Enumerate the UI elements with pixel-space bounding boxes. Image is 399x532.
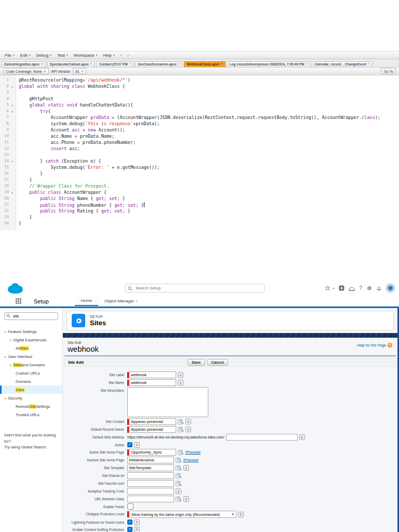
console-tab[interactable]: SpectacularCallout.apxcx — [47, 61, 95, 67]
console-tab[interactable]: WebhookClass.apxcx — [184, 61, 225, 67]
sidebar-item-trusted-urls[interactable]: Trusted URLs — [0, 410, 62, 419]
menu-help[interactable]: Help▼ — [101, 53, 118, 58]
info-icon[interactable]: i — [185, 419, 191, 424]
sidebar-item-all-sites[interactable]: All Sites — [0, 344, 62, 352]
api-version-dropdown[interactable]: 61 ▼ — [73, 68, 86, 74]
chevron-down-icon[interactable]: ∨ — [4, 396, 6, 400]
code-coverage-dropdown[interactable]: Code Coverage: None ▼ — [3, 68, 49, 74]
close-icon[interactable]: x — [41, 62, 43, 65]
fold-arrow-icon[interactable]: ▼ — [9, 109, 16, 115]
help-for-this-page-link[interactable]: Help for this Page ? — [357, 343, 392, 348]
preview-link[interactable]: [Preview] — [185, 450, 201, 454]
info-icon[interactable]: i — [183, 465, 189, 471]
lookup-icon[interactable] — [176, 481, 182, 486]
info-icon[interactable]: i — [178, 372, 183, 378]
close-icon[interactable]: x — [178, 62, 180, 65]
add-box-icon[interactable] — [339, 285, 344, 291]
chevron-down-icon[interactable]: ∨ — [9, 363, 11, 367]
sidebar-item-security[interactable]: ∨Security — [0, 394, 62, 402]
global-search-box[interactable] — [125, 284, 265, 292]
site-description-textarea[interactable] — [127, 387, 208, 417]
inactive-site-home-page-input[interactable] — [127, 457, 174, 463]
nav-back-arrow[interactable]: < — [118, 53, 125, 58]
sidebar-item-sites-and-domains[interactable]: ∨Sites and Domains — [0, 361, 62, 369]
close-icon[interactable]: x — [90, 62, 92, 65]
enable-feeds-checkbox[interactable] — [127, 503, 134, 510]
save-button[interactable]: Save — [188, 359, 205, 366]
site-robots-txt-input[interactable] — [127, 472, 174, 479]
lookup-icon[interactable] — [176, 473, 182, 478]
sidebar-item-sites[interactable]: Sites — [0, 385, 62, 394]
fold-arrow-icon[interactable]: ▼ — [9, 84, 16, 90]
user-avatar[interactable] — [386, 284, 395, 292]
analytics-tracking-code-input[interactable] — [127, 488, 174, 495]
site-name-input[interactable] — [129, 379, 176, 386]
active-site-home-page-input[interactable] — [129, 449, 176, 456]
sidebar-item-remote-site-settings[interactable]: Remote Site Settings — [0, 402, 62, 410]
tab-home[interactable]: Home — [75, 296, 98, 306]
active-checkbox[interactable]: ✓ — [127, 442, 132, 447]
enable-content-sniffing-protection-checkbox[interactable]: ✓ — [127, 527, 132, 532]
sidebar-search-input[interactable] — [12, 313, 56, 319]
trailhead-icon[interactable] — [349, 286, 355, 291]
fold-arrow-icon[interactable]: ▼ — [9, 158, 16, 165]
info-icon[interactable]: i — [176, 488, 181, 494]
info-icon[interactable]: i — [134, 520, 140, 525]
info-icon[interactable]: i — [238, 512, 244, 517]
clickjack-protection-level-select[interactable]: Allow framing by the same origin only (R… — [129, 511, 236, 518]
favorites-caret-icon[interactable]: ▼ — [332, 287, 335, 290]
console-tab[interactable]: Calendar_record__ChangeEventx — [312, 61, 373, 67]
default-web-address-input[interactable] — [226, 434, 298, 441]
menu-edit[interactable]: Edit▼ — [18, 53, 34, 58]
chevron-down-icon[interactable]: ∨ — [4, 330, 6, 334]
info-icon[interactable]: i — [299, 434, 305, 440]
setup-gear-icon[interactable] — [366, 285, 372, 291]
sidebar-search-box[interactable] — [4, 312, 58, 320]
sidebar-item-digital-experiences[interactable]: ∨Digital Experiences — [0, 336, 62, 344]
close-icon[interactable]: x — [129, 62, 131, 65]
site-template-input[interactable] — [127, 464, 174, 471]
console-tab[interactable]: Log executeAnonymous 09/8/2024, 7:09:49 … — [227, 61, 310, 67]
menu-test[interactable]: Test▼ — [55, 53, 71, 58]
info-icon[interactable]: i — [185, 427, 191, 432]
console-tab[interactable]: UseCaseScenarios.apxcx — [135, 61, 183, 67]
sidebar-item-feature-settings[interactable]: ∨Feature Settings — [0, 327, 62, 336]
lookup-icon[interactable] — [176, 465, 182, 471]
fold-arrow-icon[interactable]: ▼ — [9, 190, 16, 196]
console-tab[interactable]: DemoIntegration.apxcx — [2, 61, 46, 67]
info-icon[interactable]: i — [134, 442, 140, 448]
url-rewriter-class-input[interactable] — [127, 496, 174, 502]
preview-link[interactable]: [Preview] — [183, 458, 198, 462]
default-record-owner-input[interactable] — [129, 426, 176, 433]
close-icon[interactable]: x — [306, 62, 308, 65]
menu-debug[interactable]: Debug▼ — [34, 53, 55, 58]
lookup-icon[interactable] — [178, 419, 184, 424]
info-icon[interactable]: i — [178, 380, 183, 385]
close-icon[interactable]: x — [221, 62, 223, 65]
sidebar-item-domains[interactable]: Domains — [0, 377, 62, 385]
sidebar-item-user-interface[interactable]: ∨User Interface — [0, 352, 62, 361]
sidebar-item-custom-urls[interactable]: Custom URLs — [0, 369, 62, 377]
console-tab[interactable]: Contact@5:07 PMx — [96, 61, 133, 67]
site-contact-input[interactable] — [129, 418, 176, 425]
info-icon[interactable]: i — [183, 496, 189, 502]
menu-file[interactable]: File▼ — [2, 53, 18, 58]
tab-object-manager[interactable]: Object Manager▽ — [98, 296, 144, 306]
lookup-icon[interactable] — [176, 496, 182, 502]
go-to-button[interactable]: Go To — [381, 68, 396, 74]
code-editor[interactable]: 1@RestResource(urlMapping='/api/webhook/… — [0, 75, 399, 230]
notifications-bell-icon[interactable] — [376, 285, 382, 291]
favorites-star-icon[interactable] — [325, 285, 330, 291]
close-icon[interactable]: x — [368, 62, 369, 65]
chevron-down-icon[interactable]: ∨ — [9, 338, 11, 342]
site-favorite-icon-input[interactable] — [127, 480, 174, 487]
menu-workspace[interactable]: Workspace▼ — [71, 53, 101, 58]
global-search-input[interactable] — [135, 285, 262, 291]
info-icon[interactable]: i — [134, 527, 140, 532]
cancel-button[interactable]: Cancel — [207, 359, 229, 366]
lookup-icon[interactable] — [178, 449, 184, 455]
nav-forward-arrow[interactable]: > — [125, 53, 131, 58]
site-label-input[interactable] — [129, 371, 176, 378]
fold-arrow-icon[interactable]: ▼ — [9, 102, 16, 109]
help-icon[interactable]: ? — [359, 285, 362, 291]
